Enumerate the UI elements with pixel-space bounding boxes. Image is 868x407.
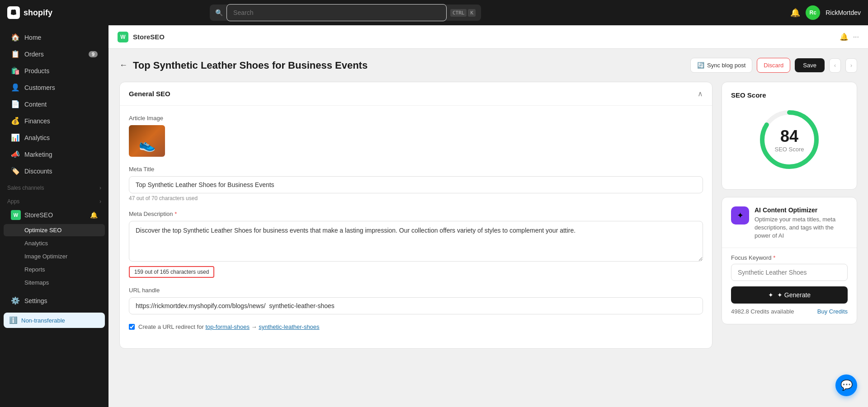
general-seo-card-header: General SEO ∧	[120, 82, 712, 106]
save-button[interactable]: Save	[795, 58, 825, 72]
main-column: General SEO ∧ Article Image 👟	[119, 82, 712, 349]
page-header-actions: 🔄 Sync blog post Discard Save ‹ ›	[690, 58, 857, 73]
content-area: W StoreSEO 🔔 ··· ← Top Synthetic Leather…	[108, 25, 868, 407]
sidebar-item-label: Content	[24, 101, 47, 108]
apps-label: Apps	[7, 198, 19, 205]
focus-keyword-label: Focus Keyword *	[731, 254, 848, 261]
sales-channels-section: Sales channels ›	[0, 179, 108, 193]
sidebar-item-home[interactable]: 🏠 Home	[4, 29, 105, 45]
discard-button[interactable]: Discard	[757, 58, 790, 73]
meta-description-textarea[interactable]: Discover the top Synthetic Leather Shoes…	[129, 221, 703, 262]
sidebar-item-finances[interactable]: 💰 Finances	[4, 113, 105, 129]
generate-icon: ✦	[768, 291, 774, 299]
sync-icon: 🔄	[697, 62, 704, 69]
next-nav-button[interactable]: ›	[845, 58, 857, 73]
meta-title-char-count: 47 out of 70 characters used	[129, 195, 703, 201]
sidebar-item-sitemaps[interactable]: Sitemaps	[4, 276, 105, 289]
keyboard-shortcut: CTRL K	[450, 9, 476, 17]
storeseo-app-logo: W	[118, 32, 128, 42]
discounts-icon: 🏷️	[11, 167, 20, 175]
storeseo-icon: W	[11, 210, 21, 220]
url-handle-label: URL handle	[129, 287, 703, 294]
seo-score-card: SEO Score 84 SEO Score	[722, 82, 857, 190]
sidebar-item-settings[interactable]: ⚙️ Settings	[4, 293, 105, 309]
ai-card-text: AI Content Optimizer Optimize your meta …	[755, 206, 848, 240]
general-seo-card: General SEO ∧ Article Image 👟	[119, 82, 712, 349]
sidebar-item-customers[interactable]: 👤 Customers	[4, 80, 105, 95]
url-handle-section: URL handle	[129, 287, 703, 314]
meta-description-label: Meta Description *	[129, 211, 703, 217]
storeseo-item[interactable]: W StoreSEO 🔔	[4, 207, 105, 223]
url-redirect-checkbox[interactable]	[129, 324, 135, 330]
non-transferable-label: Non-transferable	[21, 317, 65, 324]
sales-channels-chevron-icon[interactable]: ›	[99, 185, 101, 191]
storeseo-label: StoreSEO	[24, 211, 53, 219]
info-icon: ℹ️	[9, 316, 18, 324]
prev-nav-button[interactable]: ‹	[829, 58, 841, 73]
meta-title-input[interactable]	[129, 176, 703, 193]
search-bar[interactable]: 🔍 CTRL K	[210, 5, 481, 21]
ai-content-optimizer-card: ✦ AI Content Optimizer Optimize your met…	[722, 197, 857, 324]
sidebar-item-products[interactable]: 🛍️ Products	[4, 63, 105, 79]
side-column: SEO Score 84 SEO Score	[722, 82, 857, 349]
search-input[interactable]	[226, 4, 447, 21]
optimize-seo-label: Optimize SEO	[24, 227, 61, 234]
meta-title-label: Meta Title	[129, 166, 703, 173]
sidebar-item-orders[interactable]: 📋 Orders 9	[4, 46, 105, 62]
orders-badge: 9	[89, 51, 98, 57]
apps-section: Apps ›	[0, 193, 108, 206]
avatar[interactable]: Rc	[806, 5, 820, 20]
sales-channels-label: Sales channels	[7, 185, 44, 191]
sidebar-item-reports[interactable]: Reports	[4, 263, 105, 276]
topbar-right: 🔔 Rc RickMortdev	[790, 5, 861, 20]
buy-credits-link[interactable]: Buy Credits	[817, 308, 848, 315]
meta-title-section: Meta Title 47 out of 70 characters used	[129, 166, 703, 201]
collapse-icon[interactable]: ∧	[698, 89, 703, 98]
sub-analytics-label: Analytics	[24, 240, 48, 247]
focus-keyword-input[interactable]	[731, 264, 848, 281]
seo-score-card-title: SEO Score	[731, 91, 848, 99]
generate-label: ✦ Generate	[777, 291, 811, 299]
shopify-wordmark: shopify	[24, 8, 52, 18]
sidebar-item-label: Discounts	[24, 168, 52, 175]
sidebar-item-sub-analytics[interactable]: Analytics	[4, 237, 105, 249]
notifications-bell-icon[interactable]: 🔔	[790, 8, 800, 18]
ai-card-description: Optimize your meta titles, meta descript…	[755, 215, 848, 240]
content-icon: 📄	[11, 100, 20, 108]
seo-score-label: SEO Score	[774, 146, 804, 153]
sidebar: 🏠 Home 📋 Orders 9 🛍️ Products 👤 Customer…	[0, 25, 108, 407]
url-handle-input[interactable]	[129, 297, 703, 314]
app-header-right: 🔔 ···	[840, 33, 859, 41]
sidebar-item-marketing[interactable]: 📣 Marketing	[4, 146, 105, 162]
required-asterisk: *	[175, 211, 177, 217]
score-circle-wrapper: 84 SEO Score	[731, 108, 848, 171]
meta-desc-char-count-warning: 159 out of 165 characters used	[129, 266, 214, 278]
url-redirect-section: Create a URL redirect for top-formal-sho…	[129, 323, 703, 330]
sidebar-item-optimize-seo[interactable]: Optimize SEO	[4, 224, 105, 236]
sync-blog-post-button[interactable]: 🔄 Sync blog post	[690, 58, 752, 73]
orders-icon: 📋	[11, 50, 20, 58]
sidebar-item-image-optimizer[interactable]: Image Optimizer	[4, 250, 105, 262]
chat-bubble-icon: 💬	[840, 379, 853, 391]
sidebar-item-analytics[interactable]: 📊 Analytics	[4, 130, 105, 145]
url-redirect-from: top-formal-shoes	[205, 323, 250, 330]
meta-description-section: Meta Description * Discover the top Synt…	[129, 211, 703, 278]
sidebar-item-content[interactable]: 📄 Content	[4, 96, 105, 112]
seo-score-number: 84	[774, 127, 804, 146]
apps-chevron-icon[interactable]: ›	[99, 198, 101, 205]
chat-bubble[interactable]: 💬	[835, 374, 857, 396]
app-more-icon[interactable]: ···	[853, 33, 859, 41]
article-image[interactable]: 👟	[129, 125, 165, 157]
sidebar-item-discounts[interactable]: 🏷️ Discounts	[4, 163, 105, 179]
search-icon: 🔍	[215, 9, 223, 16]
ai-card-title: AI Content Optimizer	[755, 206, 848, 214]
back-button[interactable]: ←	[119, 61, 127, 70]
storeseo-bell-icon[interactable]: 🔔	[90, 211, 98, 219]
app-bell-icon[interactable]: 🔔	[840, 33, 849, 41]
page-header: ← Top Synthetic Leather Shoes for Busine…	[119, 58, 857, 73]
products-icon: 🛍️	[11, 66, 20, 75]
generate-button[interactable]: ✦ ✦ Generate	[731, 286, 848, 304]
sidebar-item-label: Products	[24, 67, 49, 75]
shoe-thumbnail: 👟	[139, 136, 156, 152]
customers-icon: 👤	[11, 83, 20, 92]
